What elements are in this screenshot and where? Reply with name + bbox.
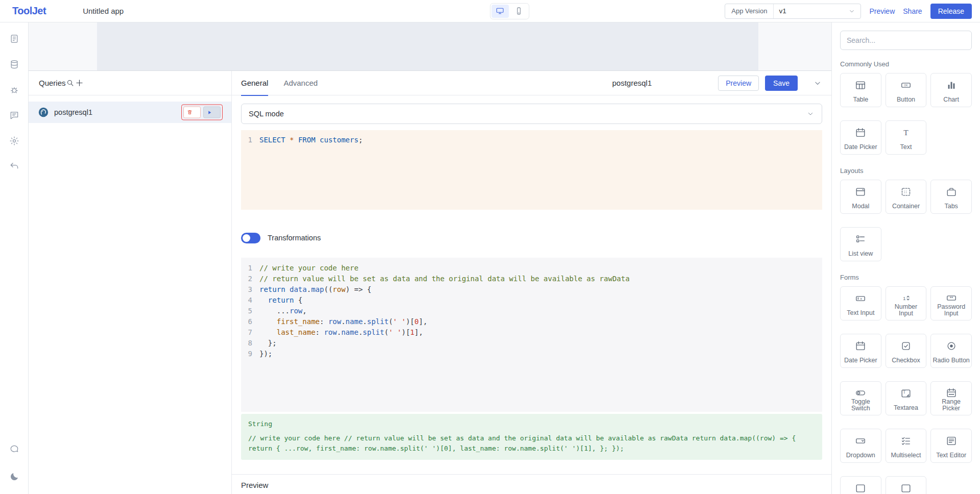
comments-icon[interactable]	[5, 106, 23, 125]
svg-text:OK: OK	[904, 84, 908, 87]
release-button[interactable]: Release	[930, 4, 972, 19]
run-query-button[interactable]	[203, 107, 221, 118]
widget-card-textarea[interactable]: TTextarea	[886, 381, 927, 415]
widget-label: Toggle Switch	[841, 399, 881, 412]
line-number: 1	[241, 134, 259, 145]
code-line: 1SELECT * FROM customers;	[241, 134, 822, 145]
widget-card-multiselect[interactable]: Multiselect	[886, 429, 927, 463]
widget-card-number-input[interactable]: 1Number Input	[886, 286, 927, 320]
widget-card-container[interactable]: Container	[886, 180, 927, 214]
undo-icon[interactable]	[5, 157, 23, 176]
help-icon[interactable]	[5, 440, 23, 458]
play-icon	[206, 109, 212, 115]
header-share-button[interactable]: Share	[903, 7, 922, 15]
widget-label: Text	[899, 144, 914, 151]
code-line: 7 last_name: row.name.split(' ')[1],	[241, 327, 822, 338]
app-version-select[interactable]: v1	[774, 4, 861, 18]
widget-card-date-picker[interactable]: Date Picker	[840, 334, 881, 368]
postgresql-icon	[38, 107, 49, 118]
query-editor-body: SQL mode 1SELECT * FROM customers; Trans…	[232, 95, 831, 494]
svg-text:a: a	[861, 297, 863, 300]
tab-advanced[interactable]: Advanced	[283, 71, 318, 95]
svg-text:T: T	[903, 128, 909, 137]
container-widget-icon	[900, 186, 912, 197]
tab-general[interactable]: General	[241, 71, 268, 95]
queries-header: Queries	[29, 71, 231, 95]
left-rail-top	[5, 30, 23, 176]
mobile-view-button[interactable]	[510, 5, 528, 18]
code-line: 4 return {	[241, 295, 822, 306]
toggle-knob	[243, 234, 250, 242]
search-queries-icon[interactable]	[66, 79, 75, 87]
widget-label: Chart	[942, 96, 961, 103]
preview-section-header: Preview	[232, 474, 831, 494]
sql-code-editor[interactable]: 1SELECT * FROM customers;	[241, 130, 822, 210]
widget-card-text-editor[interactable]: Text Editor	[930, 429, 972, 463]
transformation-code-editor[interactable]: 1// write your code here2// return value…	[241, 258, 822, 412]
pages-icon[interactable]	[5, 30, 23, 48]
queries-panel-title: Queries	[39, 79, 66, 87]
widget-card-range-picker[interactable]: Range Picker	[930, 381, 972, 415]
widget-card-button[interactable]: OKButton	[886, 73, 927, 107]
header-preview-button[interactable]: Preview	[869, 7, 895, 15]
query-editor: General Advanced postgresql1 Preview Sav…	[232, 71, 831, 494]
queries-sidebar: Queries postgresql1	[29, 71, 232, 494]
widget-card-dropdown[interactable]: Dropdown	[840, 429, 881, 463]
chevron-down-icon	[806, 110, 815, 118]
range-widget-icon	[946, 387, 957, 399]
desktop-view-button[interactable]	[491, 5, 509, 18]
app-title[interactable]: Untitled app	[83, 7, 124, 15]
monitor-icon	[496, 7, 505, 15]
multiselect-widget-icon	[900, 435, 912, 447]
text-editor-widget-icon	[946, 435, 957, 447]
widget-card-date-picker[interactable]: Date Picker	[840, 120, 881, 155]
app-canvas[interactable]	[29, 22, 831, 70]
widget-label: Table	[851, 96, 870, 103]
widget-label: Radio Button	[931, 357, 971, 364]
widget-card-checkbox[interactable]: Checkbox	[886, 334, 927, 368]
app-canvas-inner[interactable]	[97, 22, 758, 70]
debugger-icon[interactable]	[5, 81, 23, 99]
transformations-toggle[interactable]	[241, 233, 260, 243]
sql-mode-select[interactable]: SQL mode	[241, 104, 822, 124]
widget-card-partial[interactable]	[886, 476, 927, 494]
checkbox-widget-icon	[900, 340, 912, 352]
delete-query-button[interactable]	[183, 107, 201, 118]
widget-label: Text Input	[845, 310, 876, 316]
dropdown-widget-icon	[855, 435, 866, 447]
widget-card-tabs[interactable]: Tabs	[930, 180, 972, 214]
widget-card-list-view[interactable]: List view	[840, 227, 881, 261]
query-list-item[interactable]: postgresql1	[29, 102, 231, 123]
widget-card-table[interactable]: Table	[840, 73, 881, 107]
widget-grid-forms: aText Input1Number Input**Password Input…	[840, 286, 972, 463]
datasources-icon[interactable]	[5, 55, 23, 73]
widget-card-partial[interactable]	[840, 476, 881, 494]
widget-grid-layouts: ModalContainerTabsList view	[840, 180, 972, 261]
widget-card-password-input[interactable]: **Password Input	[930, 286, 972, 320]
transformations-label: Transformations	[268, 234, 321, 242]
settings-icon[interactable]	[5, 132, 23, 150]
add-query-button[interactable]	[75, 78, 84, 88]
query-preview-button[interactable]: Preview	[718, 76, 759, 91]
widget-card-chart[interactable]: Chart	[930, 73, 972, 107]
widget-card-toggle-switch[interactable]: Toggle Switch	[840, 381, 881, 415]
widget-card-text[interactable]: TText	[886, 120, 927, 155]
collapse-panel-icon[interactable]	[813, 79, 822, 88]
widget-search-input[interactable]	[840, 31, 972, 50]
query-save-button[interactable]: Save	[765, 76, 798, 91]
code-line: 3return data.map((row) => {	[241, 284, 822, 295]
modal-widget-icon	[855, 186, 866, 197]
widget-card-radio-button[interactable]: Radio Button	[930, 334, 972, 368]
calendar-widget-icon	[855, 340, 866, 352]
svg-text:**: **	[949, 296, 953, 301]
widget-label: Password Input	[931, 304, 971, 317]
widget-card-modal[interactable]: Modal	[840, 180, 881, 214]
app-version-label: App Version	[725, 4, 774, 18]
widget-card-text-input[interactable]: aText Input	[840, 286, 881, 320]
line-number: 5	[241, 306, 259, 316]
code-line: 1// write your code here	[241, 263, 822, 274]
dark-mode-icon[interactable]	[5, 467, 23, 486]
svg-text:1: 1	[903, 296, 905, 301]
tooljet-logo[interactable]: ToolJet	[12, 5, 46, 17]
app-header: ToolJet Untitled app App Version v1 Prev…	[0, 0, 980, 22]
